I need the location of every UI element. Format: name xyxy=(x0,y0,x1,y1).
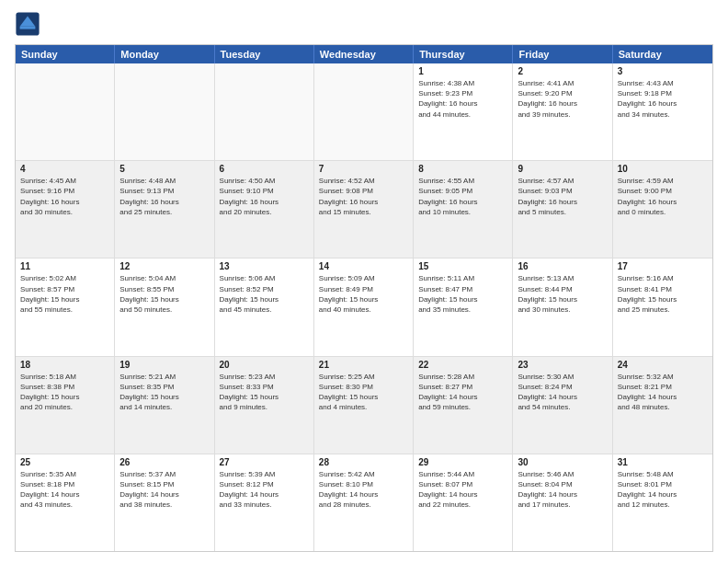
day-cell-21: 21Sunrise: 5:25 AM Sunset: 8:30 PM Dayli… xyxy=(314,357,414,454)
day-info: Sunrise: 5:21 AM Sunset: 8:35 PM Dayligh… xyxy=(119,372,209,413)
day-cell-31: 31Sunrise: 5:48 AM Sunset: 8:01 PM Dayli… xyxy=(613,454,712,551)
day-number: 6 xyxy=(220,164,309,174)
day-number: 26 xyxy=(119,457,209,467)
day-info: Sunrise: 4:59 AM Sunset: 9:00 PM Dayligh… xyxy=(618,176,708,217)
day-number: 4 xyxy=(20,164,109,174)
day-cell-17: 17Sunrise: 5:16 AM Sunset: 8:41 PM Dayli… xyxy=(613,259,712,355)
day-info: Sunrise: 5:13 AM Sunset: 8:44 PM Dayligh… xyxy=(518,273,607,315)
day-info: Sunrise: 5:11 AM Sunset: 8:47 PM Dayligh… xyxy=(418,273,507,315)
day-number: 23 xyxy=(518,360,607,370)
calendar: SundayMondayTuesdayWednesdayThursdayFrid… xyxy=(15,44,713,552)
day-info: Sunrise: 5:28 AM Sunset: 8:27 PM Dayligh… xyxy=(418,372,507,413)
day-number: 29 xyxy=(418,457,507,467)
empty-cell xyxy=(314,63,414,160)
day-info: Sunrise: 4:38 AM Sunset: 9:23 PM Dayligh… xyxy=(418,78,507,120)
day-info: Sunrise: 4:55 AM Sunset: 9:05 PM Dayligh… xyxy=(418,176,507,217)
day-cell-8: 8Sunrise: 4:55 AM Sunset: 9:05 PM Daylig… xyxy=(414,161,513,258)
header-day-friday: Friday xyxy=(513,45,612,63)
day-cell-27: 27Sunrise: 5:39 AM Sunset: 8:12 PM Dayli… xyxy=(215,454,314,551)
header-day-saturday: Saturday xyxy=(613,45,712,63)
day-info: Sunrise: 5:37 AM Sunset: 8:15 PM Dayligh… xyxy=(119,469,209,511)
day-cell-24: 24Sunrise: 5:32 AM Sunset: 8:21 PM Dayli… xyxy=(613,357,712,454)
day-number: 15 xyxy=(418,261,507,271)
day-info: Sunrise: 5:09 AM Sunset: 8:49 PM Dayligh… xyxy=(319,273,408,315)
day-cell-2: 2Sunrise: 4:41 AM Sunset: 9:20 PM Daylig… xyxy=(513,63,612,160)
day-number: 30 xyxy=(518,457,607,467)
day-number: 8 xyxy=(418,164,507,174)
day-number: 1 xyxy=(418,66,507,76)
day-number: 3 xyxy=(618,66,708,76)
day-number: 24 xyxy=(618,360,708,370)
logo xyxy=(15,11,44,37)
day-info: Sunrise: 4:50 AM Sunset: 9:10 PM Dayligh… xyxy=(220,176,309,217)
day-info: Sunrise: 5:16 AM Sunset: 8:41 PM Dayligh… xyxy=(618,273,708,315)
day-number: 5 xyxy=(119,164,209,174)
day-cell-10: 10Sunrise: 4:59 AM Sunset: 9:00 PM Dayli… xyxy=(613,161,712,258)
day-number: 18 xyxy=(20,360,109,370)
empty-cell xyxy=(115,63,214,160)
day-number: 25 xyxy=(20,457,109,467)
day-info: Sunrise: 4:48 AM Sunset: 9:13 PM Dayligh… xyxy=(119,176,209,217)
day-cell-6: 6Sunrise: 4:50 AM Sunset: 9:10 PM Daylig… xyxy=(215,161,314,258)
day-number: 10 xyxy=(618,164,708,174)
day-cell-30: 30Sunrise: 5:46 AM Sunset: 8:04 PM Dayli… xyxy=(513,454,612,551)
header-day-tuesday: Tuesday xyxy=(215,45,314,63)
day-info: Sunrise: 5:44 AM Sunset: 8:07 PM Dayligh… xyxy=(418,469,507,511)
day-cell-13: 13Sunrise: 5:06 AM Sunset: 8:52 PM Dayli… xyxy=(215,259,314,355)
day-info: Sunrise: 4:57 AM Sunset: 9:03 PM Dayligh… xyxy=(518,176,607,217)
day-info: Sunrise: 4:41 AM Sunset: 9:20 PM Dayligh… xyxy=(518,78,607,120)
day-number: 14 xyxy=(319,261,408,271)
day-info: Sunrise: 5:18 AM Sunset: 8:38 PM Dayligh… xyxy=(20,372,109,413)
day-cell-20: 20Sunrise: 5:23 AM Sunset: 8:33 PM Dayli… xyxy=(215,357,314,454)
day-cell-19: 19Sunrise: 5:21 AM Sunset: 8:35 PM Dayli… xyxy=(115,357,214,454)
calendar-row-5: 25Sunrise: 5:35 AM Sunset: 8:18 PM Dayli… xyxy=(16,454,712,551)
day-number: 16 xyxy=(518,261,607,271)
day-number: 27 xyxy=(220,457,309,467)
day-info: Sunrise: 5:35 AM Sunset: 8:18 PM Dayligh… xyxy=(20,469,109,511)
day-cell-29: 29Sunrise: 5:44 AM Sunset: 8:07 PM Dayli… xyxy=(414,454,513,551)
day-cell-4: 4Sunrise: 4:45 AM Sunset: 9:16 PM Daylig… xyxy=(16,161,115,258)
day-number: 31 xyxy=(618,457,708,467)
day-number: 13 xyxy=(220,261,309,271)
day-number: 9 xyxy=(518,164,607,174)
day-info: Sunrise: 5:30 AM Sunset: 8:24 PM Dayligh… xyxy=(518,372,607,413)
header-day-wednesday: Wednesday xyxy=(314,45,414,63)
day-cell-3: 3Sunrise: 4:43 AM Sunset: 9:18 PM Daylig… xyxy=(613,63,712,160)
day-cell-1: 1Sunrise: 4:38 AM Sunset: 9:23 PM Daylig… xyxy=(414,63,513,160)
page: SundayMondayTuesdayWednesdayThursdayFrid… xyxy=(0,0,728,563)
day-info: Sunrise: 4:43 AM Sunset: 9:18 PM Dayligh… xyxy=(618,78,708,120)
calendar-row-1: 1Sunrise: 4:38 AM Sunset: 9:23 PM Daylig… xyxy=(16,63,712,160)
day-number: 21 xyxy=(319,360,408,370)
day-info: Sunrise: 5:06 AM Sunset: 8:52 PM Dayligh… xyxy=(220,273,309,315)
day-number: 20 xyxy=(220,360,309,370)
day-number: 7 xyxy=(319,164,408,174)
day-info: Sunrise: 5:25 AM Sunset: 8:30 PM Dayligh… xyxy=(319,372,408,413)
day-number: 17 xyxy=(618,261,708,271)
day-number: 28 xyxy=(319,457,408,467)
day-cell-5: 5Sunrise: 4:48 AM Sunset: 9:13 PM Daylig… xyxy=(115,161,214,258)
day-cell-15: 15Sunrise: 5:11 AM Sunset: 8:47 PM Dayli… xyxy=(414,259,513,355)
day-info: Sunrise: 5:39 AM Sunset: 8:12 PM Dayligh… xyxy=(220,469,309,511)
day-cell-11: 11Sunrise: 5:02 AM Sunset: 8:57 PM Dayli… xyxy=(16,259,115,355)
header-day-thursday: Thursday xyxy=(414,45,513,63)
header-day-monday: Monday xyxy=(115,45,214,63)
day-number: 12 xyxy=(119,261,209,271)
day-cell-9: 9Sunrise: 4:57 AM Sunset: 9:03 PM Daylig… xyxy=(513,161,612,258)
day-info: Sunrise: 4:45 AM Sunset: 9:16 PM Dayligh… xyxy=(20,176,109,217)
calendar-header: SundayMondayTuesdayWednesdayThursdayFrid… xyxy=(16,45,712,63)
day-info: Sunrise: 5:32 AM Sunset: 8:21 PM Dayligh… xyxy=(618,372,708,413)
logo-icon xyxy=(15,11,40,37)
day-number: 11 xyxy=(20,261,109,271)
svg-rect-2 xyxy=(20,27,36,29)
day-cell-12: 12Sunrise: 5:04 AM Sunset: 8:55 PM Dayli… xyxy=(115,259,214,355)
header-day-sunday: Sunday xyxy=(16,45,115,63)
day-info: Sunrise: 5:23 AM Sunset: 8:33 PM Dayligh… xyxy=(220,372,309,413)
day-info: Sunrise: 5:42 AM Sunset: 8:10 PM Dayligh… xyxy=(319,469,408,511)
day-cell-23: 23Sunrise: 5:30 AM Sunset: 8:24 PM Dayli… xyxy=(513,357,612,454)
day-info: Sunrise: 5:04 AM Sunset: 8:55 PM Dayligh… xyxy=(119,273,209,315)
day-info: Sunrise: 5:46 AM Sunset: 8:04 PM Dayligh… xyxy=(518,469,607,511)
day-cell-25: 25Sunrise: 5:35 AM Sunset: 8:18 PM Dayli… xyxy=(16,454,115,551)
empty-cell xyxy=(16,63,115,160)
day-cell-18: 18Sunrise: 5:18 AM Sunset: 8:38 PM Dayli… xyxy=(16,357,115,454)
day-info: Sunrise: 5:02 AM Sunset: 8:57 PM Dayligh… xyxy=(20,273,109,315)
